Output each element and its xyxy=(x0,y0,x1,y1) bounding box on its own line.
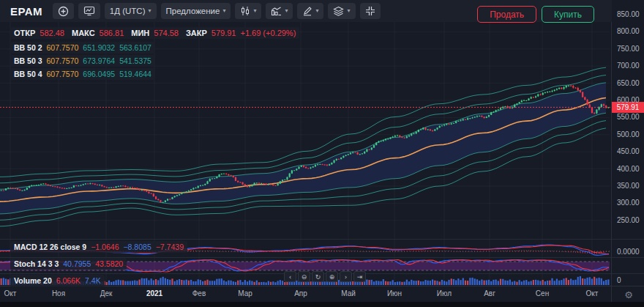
offer-label: Предложение xyxy=(166,7,220,15)
bb3-basis: 607.7570 xyxy=(47,70,79,78)
macd-name: MACD 12 26 close 9 xyxy=(14,243,86,251)
reset-view-button[interactable]: ↻ xyxy=(312,271,324,282)
stoch-k-value: 40.7955 xyxy=(63,259,91,268)
time-tick: Май xyxy=(341,289,356,297)
change-value: +1.69 (+0.29%) xyxy=(240,29,296,37)
trade-buttons: Продать Купить xyxy=(477,6,594,23)
plus-circle-icon xyxy=(58,6,69,17)
bottom-strip xyxy=(0,302,644,307)
price-tick: 300.00 xyxy=(617,199,640,207)
screenshot-button[interactable] xyxy=(78,3,100,19)
go-to-realtime-button[interactable]: ⇥ xyxy=(353,271,366,282)
interval-select[interactable]: 1Д (UTC) ▾ xyxy=(105,3,157,19)
price-tick: 750.00 xyxy=(617,45,640,53)
indicators-button[interactable]: ▾ xyxy=(266,3,293,19)
volume-legend: Volume 20 6.066K 7.4K xyxy=(10,275,105,286)
gear-icon[interactable]: ⚙ xyxy=(619,289,638,300)
low-label: МИН xyxy=(131,29,149,37)
offer-select[interactable]: Предложение ▾ xyxy=(161,3,231,19)
candles-icon xyxy=(240,6,250,16)
collapse-icon xyxy=(365,6,375,16)
bb1-name: BB 50 2 xyxy=(14,43,42,52)
bb1-lower: 563.6107 xyxy=(119,43,151,52)
price-tick: 850.00 xyxy=(617,10,640,18)
collapse-button[interactable] xyxy=(360,3,381,19)
time-axis[interactable]: ОктНояДек2021ФевМарАпрМайИюнИюлАвгСенОкт xyxy=(0,286,612,302)
time-tick: Авг xyxy=(484,289,495,297)
high-label: МАКС xyxy=(72,29,95,37)
bb-legend-3: BB 50 4 607.7570 696.0495 519.4644 xyxy=(10,68,155,80)
stoch-d-value: 43.5820 xyxy=(95,259,123,268)
chevron-down-icon: ▾ xyxy=(222,8,225,14)
draw-button[interactable]: ▾ xyxy=(297,3,323,19)
macd-line-value: −8.8085 xyxy=(123,243,151,251)
sell-button[interactable]: Продать xyxy=(477,6,536,23)
macd-zero-tick: 0.0000 xyxy=(617,248,640,256)
price-tick: 700.00 xyxy=(617,62,640,70)
bb1-basis: 607.7570 xyxy=(47,43,79,52)
open-value: 582.48 xyxy=(40,29,64,37)
chevron-down-icon: ▾ xyxy=(149,8,151,14)
chevron-down-icon: ▾ xyxy=(347,8,350,14)
high-value: 586.81 xyxy=(100,29,124,37)
time-tick: Фев xyxy=(192,289,206,297)
chart-type-button[interactable]: ▾ xyxy=(235,3,261,19)
time-tick-year: 2021 xyxy=(146,289,162,297)
macd-legend: MACD 12 26 close 9 −1.0646 −8.8085 −7.74… xyxy=(10,241,187,253)
buy-button[interactable]: Купить xyxy=(542,6,594,23)
layers-button[interactable]: ▾ xyxy=(328,3,355,19)
draw-icon xyxy=(302,6,312,16)
add-symbol-button[interactable] xyxy=(53,3,74,19)
bb2-upper: 673.9764 xyxy=(83,56,115,65)
time-tick: Сен xyxy=(536,289,549,297)
price-tick: 550.00 xyxy=(617,113,640,121)
time-tick: Июл xyxy=(437,289,452,297)
scroll-left-button[interactable]: ‹ xyxy=(284,271,296,282)
scroll-right-button[interactable]: › xyxy=(340,271,352,282)
symbol-title: EPAM xyxy=(10,5,42,18)
trading-app: EPAM 1Д (UTC) ▾ Предложение ▾ xyxy=(0,0,644,307)
price-tick: 250.00 xyxy=(617,216,640,224)
bb2-lower: 541.5375 xyxy=(119,56,151,65)
layers-icon xyxy=(333,6,344,16)
time-tick: Апр xyxy=(294,289,307,297)
bb2-name: BB 50 3 xyxy=(14,56,42,65)
indicators-icon xyxy=(271,7,282,16)
time-tick: Июн xyxy=(387,289,402,297)
time-tick: Окт xyxy=(586,289,599,297)
bb1-upper: 651.9032 xyxy=(83,43,115,52)
zoom-out-button[interactable]: ⊖ xyxy=(298,271,310,282)
price-tick: 400.00 xyxy=(617,165,640,173)
close-value: 579.91 xyxy=(211,29,236,37)
volume-value: 7.4K xyxy=(85,276,101,285)
price-axis[interactable]: 579.91 0.0000 0 850.00800.00750.00700.00… xyxy=(612,0,644,302)
zoom-in-button[interactable]: ⊕ xyxy=(326,271,338,282)
ohlc-legend: ОТКР582.48 МАКС586.81 МИН574.58 ЗАКР579.… xyxy=(10,27,299,39)
stoch-legend: Stoch 14 3 3 40.7955 43.5820 xyxy=(10,258,127,270)
screenshot-icon xyxy=(83,6,95,16)
price-tick: 500.00 xyxy=(617,130,640,138)
open-label: ОТКР xyxy=(14,29,35,37)
time-tick: Мар xyxy=(238,289,252,297)
bb2-basis: 607.7570 xyxy=(47,56,79,65)
bb-legend-2: BB 50 3 607.7570 673.9764 541.5375 xyxy=(10,55,155,67)
low-value: 574.58 xyxy=(154,29,179,37)
price-tick: 350.00 xyxy=(617,182,640,190)
time-tick: Ноя xyxy=(52,289,65,297)
interval-label: 1Д (UTC) xyxy=(110,7,146,15)
bb3-lower: 519.4644 xyxy=(119,70,151,78)
chevron-down-icon: ▾ xyxy=(253,8,256,14)
volume-ma-value: 6.066K xyxy=(56,276,80,285)
price-tick: 800.00 xyxy=(617,27,640,35)
volume-name: Volume 20 xyxy=(14,276,52,285)
time-tick: Окт xyxy=(4,289,17,297)
volume-zero-tick: 0 xyxy=(617,276,621,284)
close-label: ЗАКР xyxy=(186,29,207,37)
price-tick: 650.00 xyxy=(617,79,640,87)
macd-hist-value: −1.0646 xyxy=(91,243,119,251)
bb3-name: BB 50 4 xyxy=(14,70,42,78)
bb3-upper: 696.0495 xyxy=(83,70,115,78)
bb-legend-1: BB 50 2 607.7570 651.9032 563.6107 xyxy=(10,42,155,53)
time-tick: Дек xyxy=(100,289,113,297)
chevron-down-icon: ▾ xyxy=(315,8,318,14)
